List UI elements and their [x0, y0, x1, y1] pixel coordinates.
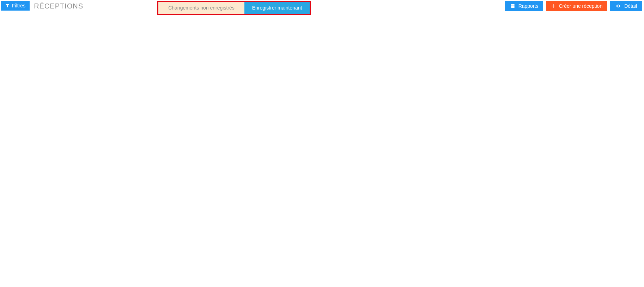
page-title: RÉCEPTIONS	[34, 1, 83, 10]
detail-button[interactable]: Détail	[610, 1, 642, 11]
create-reception-button[interactable]: Créer une réception	[546, 1, 607, 11]
filters-button[interactable]: Filtres	[1, 1, 30, 11]
create-reception-label: Créer une réception	[559, 3, 602, 9]
unsaved-text: Changements non enregistrés	[158, 3, 244, 13]
unsaved-bar: Changements non enregistrés Enregistrer …	[157, 1, 311, 15]
detail-label: Détail	[624, 3, 637, 9]
reports-button[interactable]: Rapports	[505, 1, 543, 11]
reports-label: Rapports	[518, 3, 539, 9]
filters-label: Filtres	[12, 3, 25, 8]
save-now-button[interactable]: Enregistrer maintenant	[244, 2, 310, 14]
filter-icon	[5, 3, 10, 8]
plus-icon	[551, 4, 556, 8]
eye-icon	[615, 4, 621, 8]
report-icon	[510, 4, 516, 8]
